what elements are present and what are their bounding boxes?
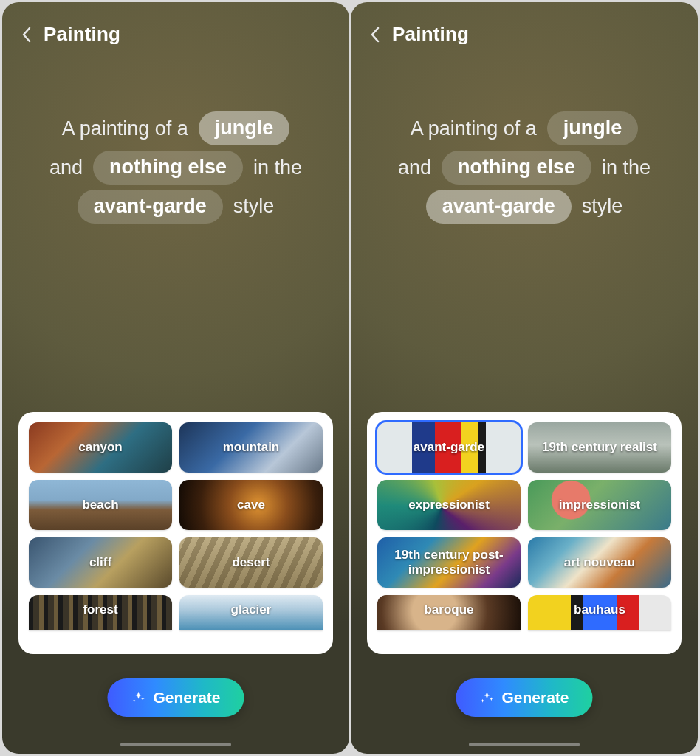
page-title: Painting xyxy=(44,23,120,46)
back-icon[interactable] xyxy=(370,26,380,44)
prompt-mid1: and xyxy=(398,148,431,188)
option-tile[interactable]: canyon xyxy=(29,422,172,472)
option-label: avant-garde xyxy=(414,440,484,455)
prompt-mid2: in the xyxy=(253,148,302,188)
option-tile[interactable]: 19th century post-impressionist xyxy=(377,537,521,588)
screen-left: Painting A painting of a jungle and noth… xyxy=(2,2,349,754)
generate-label: Generate xyxy=(501,689,569,707)
option-label: baroque xyxy=(424,602,473,617)
prompt-sentence: A painting of a jungle and nothing else … xyxy=(2,53,349,226)
option-label: impressionist xyxy=(559,498,641,512)
generate-button[interactable]: Generate xyxy=(107,678,244,717)
page-title: Painting xyxy=(392,23,469,46)
option-tile[interactable]: art nouveau xyxy=(528,537,671,588)
screen-right: Painting A painting of a jungle and noth… xyxy=(351,2,698,754)
prompt-prefix: A painting of a xyxy=(411,109,537,148)
home-indicator[interactable] xyxy=(469,743,580,746)
option-tile[interactable]: 19th century realist xyxy=(528,422,671,472)
prompt-chip-modifier[interactable]: nothing else xyxy=(442,151,591,185)
prompt-chip-style[interactable]: avant-garde xyxy=(78,190,223,224)
option-tile[interactable]: avant-garde xyxy=(377,422,521,472)
option-tile[interactable]: expressionist xyxy=(377,480,521,530)
back-icon[interactable] xyxy=(21,26,32,44)
option-label: 19th century post-impressionist xyxy=(383,548,515,577)
option-label: expressionist xyxy=(408,498,490,512)
option-label: glacier xyxy=(231,602,272,617)
option-label: art nouveau xyxy=(564,555,635,570)
option-label: beach xyxy=(82,498,118,512)
header: Painting xyxy=(2,2,349,53)
prompt-mid2: in the xyxy=(602,148,651,188)
prompt-suffix: style xyxy=(582,187,623,226)
sparkle-icon xyxy=(479,690,494,705)
option-tile[interactable]: mountain xyxy=(179,422,323,472)
prompt-sentence: A painting of a jungle and nothing else … xyxy=(351,53,698,226)
option-tile[interactable]: bauhaus xyxy=(528,595,671,630)
option-label: mountain xyxy=(223,440,280,455)
option-tile[interactable]: forest xyxy=(29,595,172,630)
header: Painting xyxy=(351,2,698,53)
prompt-suffix: style xyxy=(233,187,275,226)
option-label: canyon xyxy=(78,440,123,455)
prompt-prefix: A painting of a xyxy=(62,109,188,148)
sparkle-icon xyxy=(131,690,145,705)
option-picker: canyonmountainbeachcavecliffdesertforest… xyxy=(18,412,333,654)
generate-label: Generate xyxy=(153,689,220,707)
prompt-chip-subject[interactable]: jungle xyxy=(199,111,290,145)
generate-button[interactable]: Generate xyxy=(456,678,592,717)
option-tile[interactable]: cave xyxy=(179,480,323,530)
option-label: forest xyxy=(83,602,117,617)
option-tile[interactable]: glacier xyxy=(179,595,323,630)
option-label: cliff xyxy=(89,555,111,570)
option-tile[interactable]: desert xyxy=(179,537,323,588)
option-label: desert xyxy=(232,555,270,570)
home-indicator[interactable] xyxy=(120,743,231,746)
option-label: 19th century realist xyxy=(542,440,657,455)
option-label: bauhaus xyxy=(574,602,625,617)
option-tile[interactable]: cliff xyxy=(29,537,172,588)
prompt-chip-subject[interactable]: jungle xyxy=(547,111,639,145)
prompt-chip-style[interactable]: avant-garde xyxy=(426,190,572,224)
prompt-mid1: and xyxy=(49,148,83,188)
option-tile[interactable]: impressionist xyxy=(528,480,671,530)
option-tile[interactable]: baroque xyxy=(377,595,521,630)
option-picker: avant-garde19th century realistexpressio… xyxy=(367,412,682,654)
option-tile[interactable]: beach xyxy=(29,480,172,530)
option-label: cave xyxy=(237,498,265,512)
prompt-chip-modifier[interactable]: nothing else xyxy=(93,151,243,185)
